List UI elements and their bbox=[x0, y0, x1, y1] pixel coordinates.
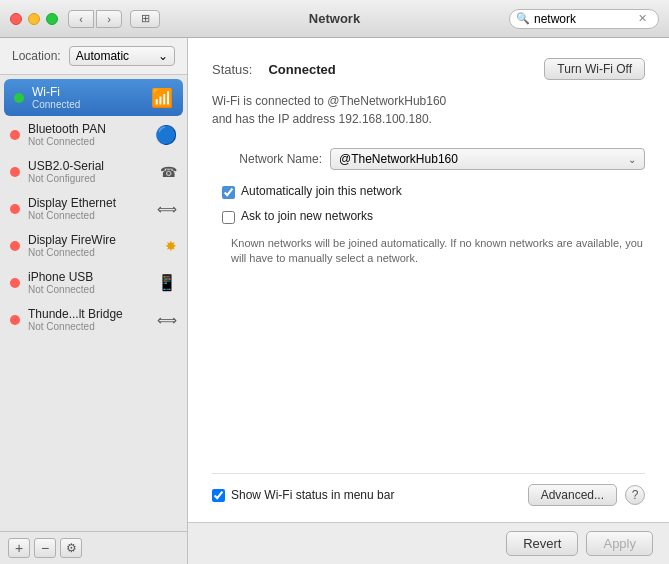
apply-button[interactable]: Apply bbox=[586, 531, 653, 556]
show-wifi-row: Show Wi-Fi status in menu bar bbox=[212, 488, 394, 502]
gear-button[interactable]: ⚙ bbox=[60, 538, 82, 558]
show-wifi-label: Show Wi-Fi status in menu bar bbox=[231, 488, 394, 502]
search-box: 🔍 ✕ bbox=[509, 9, 659, 29]
network-name-row: Network Name: @TheNetworkHub160 ⌄ bbox=[212, 148, 645, 170]
status-dot-thunderbolt bbox=[10, 315, 20, 325]
grid-button[interactable]: ⊞ bbox=[130, 10, 160, 28]
status-dot-wifi bbox=[14, 93, 24, 103]
network-info-display-firewire: Display FireWire Not Connected bbox=[28, 233, 157, 258]
right-section: Status: Connected Turn Wi-Fi Off Wi-Fi i… bbox=[188, 38, 669, 564]
network-name-iphone-usb: iPhone USB bbox=[28, 270, 149, 284]
network-status-bluetooth: Not Connected bbox=[28, 136, 147, 147]
bottom-bar: Show Wi-Fi status in menu bar Advanced..… bbox=[212, 473, 645, 506]
location-select[interactable]: Automatic ⌄ bbox=[69, 46, 175, 66]
search-icon: 🔍 bbox=[516, 12, 530, 25]
network-item-thunderbolt[interactable]: Thunde...lt Bridge Not Connected ⟺ bbox=[0, 301, 187, 338]
revert-button[interactable]: Revert bbox=[506, 531, 578, 556]
firewire-icon: ✸ bbox=[165, 238, 177, 254]
usb-serial-icon: ☎ bbox=[160, 164, 177, 180]
remove-network-button[interactable]: − bbox=[34, 538, 56, 558]
network-name-label: Network Name: bbox=[212, 152, 322, 166]
titlebar: ‹ › ⊞ Network 🔍 ✕ bbox=[0, 0, 669, 38]
bottom-buttons: Advanced... ? bbox=[528, 484, 645, 506]
network-item-display-firewire[interactable]: Display FireWire Not Connected ✸ bbox=[0, 227, 187, 264]
network-info-display-ethernet: Display Ethernet Not Connected bbox=[28, 196, 149, 221]
main-content: Location: Automatic ⌄ Wi-Fi Connected 📶 bbox=[0, 38, 669, 564]
status-value: Connected bbox=[268, 62, 335, 77]
network-name-select-value: @TheNetworkHub160 bbox=[339, 152, 458, 166]
network-status-display-firewire: Not Connected bbox=[28, 247, 157, 258]
auto-join-checkbox[interactable] bbox=[222, 186, 235, 199]
network-name-thunderbolt: Thunde...lt Bridge bbox=[28, 307, 149, 321]
status-dot-usb-serial bbox=[10, 167, 20, 177]
minimize-button[interactable] bbox=[28, 13, 40, 25]
advanced-button[interactable]: Advanced... bbox=[528, 484, 617, 506]
network-status-iphone-usb: Not Connected bbox=[28, 284, 149, 295]
status-description: Wi-Fi is connected to @TheNetworkHub160 … bbox=[212, 92, 645, 128]
network-item-iphone-usb[interactable]: iPhone USB Not Connected 📱 bbox=[0, 264, 187, 301]
location-value: Automatic bbox=[76, 49, 129, 63]
back-button[interactable]: ‹ bbox=[68, 10, 94, 28]
auto-join-row: Automatically join this network bbox=[212, 184, 645, 199]
location-bar: Location: Automatic ⌄ bbox=[0, 38, 187, 75]
network-item-bluetooth-pan[interactable]: Bluetooth PAN Not Connected 🔵 bbox=[0, 116, 187, 153]
thunderbolt-icon: ⟺ bbox=[157, 312, 177, 328]
network-info-thunderbolt: Thunde...lt Bridge Not Connected bbox=[28, 307, 149, 332]
network-name-display-firewire: Display FireWire bbox=[28, 233, 157, 247]
footer-buttons: Revert Apply bbox=[188, 522, 669, 564]
search-input[interactable] bbox=[534, 12, 634, 26]
network-status-wifi: Connected bbox=[32, 99, 143, 110]
window-title: Network bbox=[309, 11, 360, 26]
sidebar-toolbar: + − ⚙ bbox=[0, 531, 187, 564]
status-dot-bluetooth bbox=[10, 130, 20, 140]
bluetooth-icon: 🔵 bbox=[155, 124, 177, 146]
ask-join-label: Ask to join new networks bbox=[241, 209, 373, 223]
wifi-icon: 📶 bbox=[151, 87, 173, 109]
maximize-button[interactable] bbox=[46, 13, 58, 25]
network-name-display-ethernet: Display Ethernet bbox=[28, 196, 149, 210]
panel-header: Status: Connected Turn Wi-Fi Off bbox=[212, 58, 645, 80]
display-ethernet-icon: ⟺ bbox=[157, 201, 177, 217]
close-button[interactable] bbox=[10, 13, 22, 25]
status-label: Status: bbox=[212, 62, 252, 77]
help-button[interactable]: ? bbox=[625, 485, 645, 505]
nav-buttons: ‹ › bbox=[68, 10, 122, 28]
ask-join-row: Ask to join new networks bbox=[212, 209, 645, 224]
network-status-thunderbolt: Not Connected bbox=[28, 321, 149, 332]
network-status-usb-serial: Not Configured bbox=[28, 173, 152, 184]
network-status-display-ethernet: Not Connected bbox=[28, 210, 149, 221]
ask-join-checkbox[interactable] bbox=[222, 211, 235, 224]
network-select-arrow-icon: ⌄ bbox=[628, 154, 636, 165]
network-info-wifi: Wi-Fi Connected bbox=[32, 85, 143, 110]
turn-wifi-off-button[interactable]: Turn Wi-Fi Off bbox=[544, 58, 645, 80]
add-network-button[interactable]: + bbox=[8, 538, 30, 558]
forward-button[interactable]: › bbox=[96, 10, 122, 28]
status-dot-display-ethernet bbox=[10, 204, 20, 214]
network-name-wifi: Wi-Fi bbox=[32, 85, 143, 99]
traffic-lights bbox=[10, 13, 58, 25]
location-label: Location: bbox=[12, 49, 61, 63]
known-networks-desc: Known networks will be joined automatica… bbox=[212, 236, 645, 267]
network-info-iphone-usb: iPhone USB Not Connected bbox=[28, 270, 149, 295]
network-name-usb-serial: USB2.0-Serial bbox=[28, 159, 152, 173]
network-item-wifi[interactable]: Wi-Fi Connected 📶 bbox=[4, 79, 183, 116]
network-list: Wi-Fi Connected 📶 Bluetooth PAN Not Conn… bbox=[0, 75, 187, 531]
iphone-icon: 📱 bbox=[157, 273, 177, 292]
network-item-usb-serial[interactable]: USB2.0-Serial Not Configured ☎ bbox=[0, 153, 187, 190]
search-clear-icon[interactable]: ✕ bbox=[638, 12, 647, 25]
network-info-bluetooth: Bluetooth PAN Not Connected bbox=[28, 122, 147, 147]
show-wifi-checkbox[interactable] bbox=[212, 489, 225, 502]
status-dot-display-firewire bbox=[10, 241, 20, 251]
network-info-usb-serial: USB2.0-Serial Not Configured bbox=[28, 159, 152, 184]
sidebar: Location: Automatic ⌄ Wi-Fi Connected 📶 bbox=[0, 38, 188, 564]
location-arrow-icon: ⌄ bbox=[158, 49, 168, 63]
network-item-display-ethernet[interactable]: Display Ethernet Not Connected ⟺ bbox=[0, 190, 187, 227]
auto-join-label: Automatically join this network bbox=[241, 184, 402, 198]
status-dot-iphone-usb bbox=[10, 278, 20, 288]
network-name-select[interactable]: @TheNetworkHub160 ⌄ bbox=[330, 148, 645, 170]
right-panel: Status: Connected Turn Wi-Fi Off Wi-Fi i… bbox=[188, 38, 669, 522]
network-name-bluetooth: Bluetooth PAN bbox=[28, 122, 147, 136]
